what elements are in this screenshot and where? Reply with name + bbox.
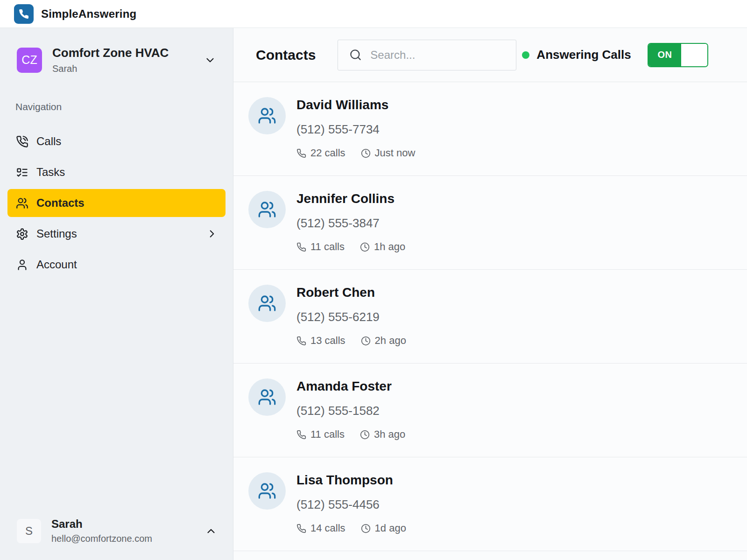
- sidebar-item-label: Account: [36, 258, 77, 271]
- sidebar-item-tasks[interactable]: Tasks: [7, 158, 226, 186]
- contact-phone: (512) 555-7734: [296, 122, 415, 137]
- users-icon: [258, 482, 276, 500]
- phone-icon: [296, 430, 306, 440]
- call-count: 11 calls: [296, 241, 345, 253]
- contact-name: Amanda Foster: [296, 379, 405, 394]
- contact-meta: 14 calls 1d ago: [296, 522, 406, 534]
- answering-toggle[interactable]: ON: [648, 43, 708, 67]
- clock-icon: [361, 148, 371, 158]
- contact-avatar: [248, 97, 286, 134]
- top-bar: SimpleAnswering: [0, 0, 747, 28]
- company-subtitle: Sarah: [52, 63, 204, 74]
- sidebar-item-label: Contacts: [36, 196, 85, 210]
- sidebar-item-label: Calls: [36, 135, 61, 148]
- contact-avatar: [248, 285, 286, 322]
- contact-name: Robert Chen: [296, 285, 406, 300]
- users-icon: [258, 388, 276, 406]
- toggle-on-label: ON: [648, 44, 681, 66]
- contact-avatar: [248, 472, 286, 510]
- call-count-text: 13 calls: [310, 335, 345, 347]
- call-count-text: 22 calls: [310, 147, 345, 159]
- phone-icon: [296, 148, 306, 158]
- last-contact: 3h ago: [360, 428, 405, 441]
- sidebar-item-account[interactable]: Account: [7, 251, 226, 279]
- last-contact-text: 2h ago: [375, 335, 406, 347]
- chevron-down-icon: [204, 54, 216, 66]
- app-window: SimpleAnswering CZ Comfort Zone HVAC Sar…: [0, 0, 747, 560]
- clock-icon: [360, 430, 370, 440]
- clock-icon: [361, 336, 371, 346]
- main-header: Contacts Answering Calls ON: [233, 28, 747, 82]
- chevron-right-icon: [206, 228, 218, 240]
- search-box[interactable]: [338, 40, 516, 70]
- contact-phone: (512) 555-4456: [296, 497, 406, 512]
- phone-call-icon: [16, 135, 28, 148]
- last-contact-text: 3h ago: [374, 428, 405, 441]
- main-content: Contacts Answering Calls ON: [233, 28, 747, 560]
- call-count: 14 calls: [296, 522, 345, 534]
- users-icon: [16, 197, 28, 210]
- call-count-text: 11 calls: [310, 241, 345, 253]
- phone-icon: [296, 524, 306, 533]
- contact-meta: 11 calls 3h ago: [296, 428, 405, 441]
- phone-icon: [18, 8, 29, 20]
- contact-name: Jennifer Collins: [296, 191, 405, 206]
- sidebar: CZ Comfort Zone HVAC Sarah Navigation: [0, 28, 233, 560]
- list-todo-icon: [16, 166, 28, 179]
- sidebar-item-contacts[interactable]: Contacts: [7, 189, 226, 217]
- toggle-knob: [681, 44, 707, 66]
- call-count: 22 calls: [296, 147, 345, 159]
- sidebar-item-calls[interactable]: Calls: [7, 127, 226, 155]
- last-contact: 1d ago: [361, 522, 406, 534]
- clock-icon: [360, 242, 370, 252]
- contact-list: David Williams (512) 555-7734 22 calls J…: [233, 82, 747, 560]
- users-icon: [258, 294, 276, 313]
- search-input[interactable]: [370, 49, 507, 62]
- sidebar-item-label: Tasks: [36, 166, 65, 179]
- contact-row[interactable]: David Williams (512) 555-7734 22 calls J…: [233, 82, 747, 176]
- contact-name: Lisa Thompson: [296, 473, 406, 488]
- user-icon: [16, 259, 28, 271]
- last-contact: 1h ago: [360, 241, 405, 253]
- phone-icon: [296, 242, 306, 252]
- contact-name: David Williams: [296, 98, 415, 112]
- answering-status: Answering Calls: [522, 48, 631, 62]
- contact-meta: 22 calls Just now: [296, 147, 415, 159]
- user-name: Sarah: [51, 518, 205, 531]
- contact-row[interactable]: Amanda Foster (512) 555-1582 11 calls 3h…: [233, 364, 747, 457]
- last-contact: 2h ago: [361, 335, 406, 347]
- last-contact-text: 1h ago: [374, 241, 405, 253]
- last-contact: Just now: [361, 147, 416, 159]
- call-count: 11 calls: [296, 428, 345, 441]
- nav-section-label: Navigation: [15, 101, 233, 112]
- sidebar-item-settings[interactable]: Settings: [7, 220, 226, 248]
- contact-avatar: [248, 191, 286, 228]
- users-icon: [258, 106, 276, 125]
- last-contact-text: Just now: [375, 147, 416, 159]
- clock-icon: [361, 524, 371, 533]
- contact-phone: (512) 555-3847: [296, 216, 405, 231]
- status-label: Answering Calls: [536, 48, 631, 62]
- company-selector[interactable]: CZ Comfort Zone HVAC Sarah: [17, 46, 216, 74]
- contact-row[interactable]: Lisa Thompson (512) 555-4456 14 calls 1d…: [233, 457, 747, 551]
- phone-icon: [296, 336, 306, 346]
- contact-row[interactable]: Jennifer Collins (512) 555-3847 11 calls…: [233, 176, 747, 270]
- user-email: hello@comfortzone.com: [51, 533, 205, 544]
- contact-phone: (512) 555-6219: [296, 310, 406, 324]
- company-name: Comfort Zone HVAC: [52, 46, 204, 60]
- contact-phone: (512) 555-1582: [296, 404, 405, 418]
- chevron-up-icon: [205, 525, 217, 537]
- page-title: Contacts: [256, 47, 316, 63]
- company-avatar: CZ: [17, 48, 42, 73]
- search-icon: [349, 49, 362, 61]
- contact-row[interactable]: Robert Chen (512) 555-6219 13 calls 2h a…: [233, 270, 747, 364]
- users-icon: [258, 200, 276, 219]
- call-count-text: 11 calls: [310, 428, 345, 441]
- user-avatar: S: [17, 519, 41, 543]
- user-menu[interactable]: S Sarah hello@comfortzone.com: [17, 518, 217, 544]
- app-logo: [14, 4, 34, 24]
- call-count: 13 calls: [296, 335, 345, 347]
- sidebar-item-label: Settings: [36, 227, 77, 240]
- app-title: SimpleAnswering: [41, 7, 136, 21]
- contact-meta: 11 calls 1h ago: [296, 241, 405, 253]
